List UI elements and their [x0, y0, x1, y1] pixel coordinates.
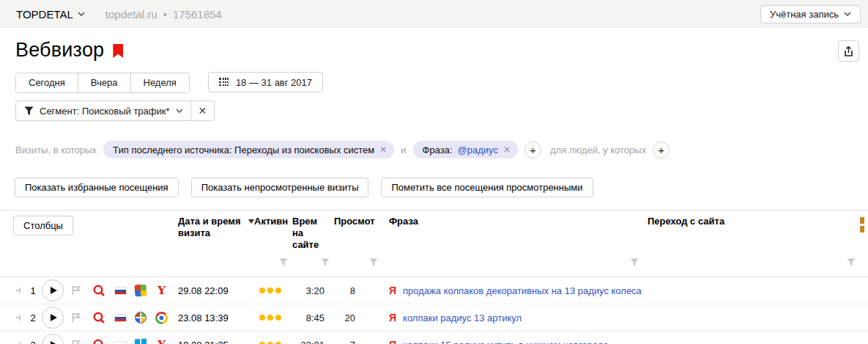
visit-row: 1 29.08 22:09 3:20 8 Я продажа колпаков …	[0, 277, 868, 304]
counter-meta: topdetal.ru • 17561854	[105, 8, 222, 21]
viewed-flag-icon[interactable]	[71, 340, 82, 344]
visit-row: 2 23.08 13:39 8:45 20 Я колпаки радиус 1…	[0, 304, 868, 332]
phrase-link[interactable]: колпаки радиус 13 артикул	[403, 312, 522, 323]
filter-funnel-icon	[369, 258, 378, 267]
activity-dot	[267, 288, 273, 293]
os-icon	[135, 312, 146, 323]
filter-chip-source[interactable]: Тип последнего источника: Переходы из по…	[103, 141, 394, 158]
segment-control: Сегмент: Поисковый трафик* ✕	[15, 100, 215, 121]
preset-yesterday-button[interactable]: Вчера	[78, 73, 130, 92]
column-header-datetime[interactable]: Дата и время визита	[178, 216, 254, 251]
search-source-icon	[92, 338, 105, 344]
counter-switcher[interactable]: TOPDETAL	[16, 8, 85, 21]
search-source-icon	[92, 284, 105, 297]
chip-close-icon[interactable]: ✕	[379, 144, 387, 155]
filter-prefix-label: Визиты, в которых	[15, 144, 97, 155]
counter-id: 17561854	[173, 8, 222, 21]
column-filters-row	[0, 253, 868, 273]
preset-today-button[interactable]: Сегодня	[16, 73, 78, 92]
filter-referrer[interactable]	[643, 257, 860, 270]
filter-time-on-site[interactable]	[292, 257, 334, 270]
country-flag-ru-icon	[114, 341, 127, 344]
column-header-activity[interactable]: Активн	[254, 216, 292, 251]
visit-datetime: 19.08 21:25	[178, 340, 254, 344]
conjunction-label: и	[401, 144, 406, 155]
column-header-phrase[interactable]: Фраза	[382, 216, 643, 251]
bookmark-toggle-icon[interactable]	[15, 286, 23, 295]
date-range-picker[interactable]: 18 — 31 авг 2017	[208, 72, 323, 92]
add-visit-condition-button[interactable]: +	[524, 142, 541, 158]
topbar: TOPDETAL topdetal.ru • 17561854 Учётная …	[0, 0, 868, 28]
columns-button[interactable]: Столбцы	[13, 216, 73, 235]
preset-week-button[interactable]: Неделя	[130, 73, 189, 92]
viewed-flag-icon[interactable]	[71, 312, 82, 323]
actions-row: Показать избранные посещения Показать не…	[15, 178, 868, 197]
browser-icon	[155, 285, 168, 297]
period-controls: Сегодня Вчера Неделя 18 — 31 авг 2017	[15, 73, 868, 93]
bookmark-toggle-icon[interactable]	[15, 313, 23, 322]
filter-funnel-icon	[24, 106, 34, 116]
play-icon	[51, 287, 57, 294]
visit-datetime: 29.08 22:09	[178, 285, 254, 296]
time-on-site: 22:01	[292, 340, 334, 344]
dot-separator: •	[163, 8, 167, 21]
activity-dot	[259, 288, 265, 293]
table-body: 1 29.08 22:09 3:20 8 Я продажа колпаков …	[0, 277, 868, 344]
show-unviewed-button[interactable]: Показать непросмотренные визиты	[191, 178, 369, 197]
chip-phrase-label: Фраза:	[423, 144, 453, 155]
visit-datetime: 23.08 13:39	[178, 312, 254, 323]
segment-close-button[interactable]: ✕	[190, 101, 215, 120]
play-button[interactable]	[42, 307, 64, 329]
title-row: Вебвизор	[15, 39, 859, 62]
filter-activity[interactable]	[254, 257, 292, 270]
chevron-down-icon	[844, 12, 851, 16]
activity-indicator	[254, 315, 292, 321]
column-header-referrer[interactable]: Переход с сайта	[643, 216, 860, 251]
row-number: 2	[28, 312, 38, 323]
filter-chip-phrase[interactable]: Фраза: @радиус ✕	[413, 141, 518, 158]
account-button[interactable]: Учётная запись	[760, 5, 861, 23]
phrase-link[interactable]: продажа колпаков декоративных на 13 ради…	[403, 285, 642, 296]
mark-all-viewed-button[interactable]: Пометить все посещения просмотренными	[381, 178, 593, 197]
play-button[interactable]	[42, 279, 64, 301]
column-header-time-on-site[interactable]: Врем на сайте	[292, 216, 334, 251]
views-count: 20	[334, 312, 382, 323]
calendar-grid-icon	[219, 78, 229, 87]
play-icon	[51, 314, 57, 321]
yandex-search-icon: Я	[389, 312, 396, 323]
export-button[interactable]	[838, 40, 859, 62]
chip-source-label: Тип последнего источника: Переходы из по…	[113, 144, 374, 155]
phrase-link[interactable]: колпаки 15 радиус купить в нижнем новгор…	[403, 340, 609, 344]
os-icon	[135, 338, 146, 344]
filter-views[interactable]	[334, 257, 382, 270]
activity-dot	[275, 288, 281, 293]
row-number: 1	[28, 285, 38, 296]
viewed-flag-icon[interactable]	[71, 285, 82, 296]
activity-dot	[267, 315, 273, 321]
add-people-condition-button[interactable]: +	[653, 142, 669, 158]
chip-close-icon[interactable]: ✕	[503, 144, 511, 155]
play-icon	[51, 341, 57, 344]
counter-name: TOPDETAL	[16, 8, 73, 21]
browser-icon	[155, 312, 168, 324]
segment-dropdown[interactable]: Сегмент: Поисковый трафик*	[16, 101, 190, 120]
time-on-site: 3:20	[292, 285, 334, 296]
os-icon	[134, 284, 146, 296]
bookmark-icon[interactable]	[113, 44, 123, 58]
bookmark-toggle-icon[interactable]	[15, 340, 23, 344]
search-source-icon	[92, 311, 105, 324]
export-icon	[843, 45, 854, 57]
column-header-views[interactable]: Просмот	[334, 216, 382, 251]
show-favorites-button[interactable]: Показать избранные посещения	[15, 178, 179, 197]
play-button[interactable]	[42, 334, 64, 344]
page-title: Вебвизор	[15, 39, 104, 62]
yandex-search-icon: Я	[389, 339, 396, 344]
filter-phrase[interactable]	[382, 257, 643, 270]
activity-indicator	[254, 288, 292, 293]
browser-icon	[155, 339, 168, 344]
filter-funnel-icon	[321, 258, 330, 267]
filter-funnel-icon	[847, 258, 856, 267]
period-presets: Сегодня Вчера Неделя	[15, 73, 190, 93]
country-flag-ru-icon	[114, 314, 127, 322]
filter-funnel-icon	[279, 258, 288, 267]
